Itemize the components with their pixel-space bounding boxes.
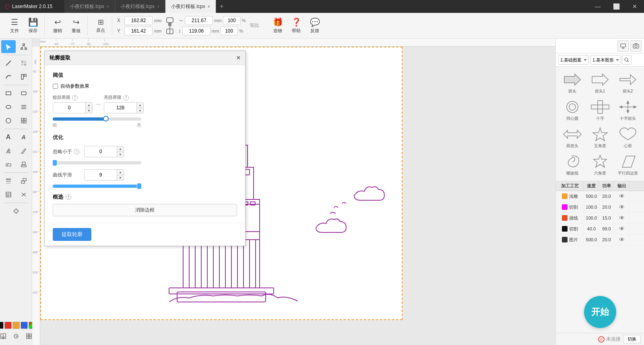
- shape-arrow[interactable]: 箭头: [559, 70, 585, 96]
- shape-cross-arrow[interactable]: 十字箭头: [615, 97, 641, 123]
- dark-up-btn[interactable]: ▲: [86, 103, 92, 108]
- transform-btn[interactable]: [17, 188, 31, 201]
- ignore-value-input[interactable]: [85, 146, 117, 157]
- misc-btn[interactable]: [9, 205, 23, 218]
- color-swatch-blue[interactable]: [21, 322, 28, 329]
- eye-5[interactable]: 👁: [614, 234, 630, 245]
- node-edit-btn[interactable]: [17, 40, 31, 53]
- shape-spiral[interactable]: 螺旋线: [559, 152, 585, 178]
- bright-up-btn[interactable]: ▲: [137, 103, 143, 108]
- eye-1[interactable]: 👁: [614, 191, 630, 201]
- smooth-slider-wrap[interactable]: [53, 185, 237, 188]
- undo-btn[interactable]: ↩ 撤销: [49, 16, 66, 35]
- eye-icon-5[interactable]: 👁: [619, 236, 625, 243]
- shape-cross[interactable]: 十字: [587, 97, 613, 123]
- pen-tool-btn[interactable]: [17, 144, 31, 157]
- dialog-close-btn[interactable]: ×: [237, 54, 240, 62]
- layers-btn[interactable]: [1, 175, 16, 187]
- ignore-thumb[interactable]: [53, 160, 57, 166]
- save-btn[interactable]: 💾 保存: [24, 16, 42, 35]
- ellipse-tool-btn[interactable]: [1, 101, 16, 113]
- monitor-btn[interactable]: [617, 40, 629, 51]
- tab-3[interactable]: 小夜灯模板.lcpx ×: [165, 0, 216, 13]
- process-row-1[interactable]: 浅雕 500.0 20.0 👁: [556, 191, 644, 202]
- table-btn[interactable]: [1, 188, 16, 201]
- polygon-tool-btn[interactable]: [1, 114, 16, 127]
- threshold-slider-track[interactable]: [53, 117, 237, 121]
- tab-2-close[interactable]: ×: [157, 4, 159, 9]
- text-tool-btn[interactable]: A: [1, 131, 16, 144]
- eye-2[interactable]: 👁: [614, 202, 630, 212]
- redo-btn[interactable]: ↪ 重做: [67, 16, 85, 35]
- shape-parallelogram[interactable]: 平行四边形: [615, 152, 641, 178]
- tab-add-btn[interactable]: +: [216, 3, 227, 10]
- shape-star6[interactable]: 六角星: [587, 152, 613, 178]
- rect-tool-btn[interactable]: [1, 87, 16, 100]
- process-row-2[interactable]: 切割 100.0 20.0 👁: [556, 202, 644, 213]
- smooth-slider[interactable]: [53, 185, 141, 188]
- addon-btn[interactable]: 🎁 造物: [269, 16, 287, 35]
- tab-1-close[interactable]: ×: [107, 4, 109, 9]
- search-shapes-btn[interactable]: [622, 55, 632, 65]
- text2-tool-btn[interactable]: A: [17, 131, 31, 144]
- y-input[interactable]: [124, 27, 153, 35]
- w-pct-input[interactable]: [223, 16, 241, 25]
- lines-tool-btn[interactable]: [17, 101, 31, 113]
- file-btn[interactable]: ☰ 文件: [6, 16, 23, 35]
- process-row-3[interactable]: 描线 100.0 15.0 👁: [556, 213, 644, 224]
- shape-double-arrow[interactable]: 双箭头: [559, 125, 585, 150]
- smooth-value-input[interactable]: [85, 170, 117, 180]
- process-row-4[interactable]: 切割 40.0 99.0 👁: [556, 224, 644, 234]
- smooth-down-btn[interactable]: ▼: [117, 175, 124, 180]
- h-pct-input[interactable]: [220, 27, 238, 35]
- shape-tool-btn[interactable]: [17, 70, 31, 83]
- eye-icon-1[interactable]: 👁: [619, 193, 625, 199]
- grid-tool-btn[interactable]: [17, 114, 31, 127]
- eye-icon-4[interactable]: 👁: [619, 226, 625, 232]
- arrange-btn[interactable]: [17, 175, 31, 187]
- process-row-5[interactable]: 图片 500.0 20.0 👁: [556, 234, 644, 245]
- origin-btn[interactable]: ⊞ 原点: [92, 16, 109, 35]
- threshold-slider[interactable]: [53, 117, 141, 121]
- history-btn[interactable]: [10, 331, 22, 342]
- tab-3-close[interactable]: ×: [208, 4, 210, 9]
- stamp-tool-btn[interactable]: [17, 158, 31, 171]
- start-btn[interactable]: 开始: [584, 296, 616, 328]
- tab-2[interactable]: 小夜灯模板.lcpx ×: [115, 0, 166, 13]
- switch-device-btn[interactable]: 切换: [623, 335, 641, 343]
- eye-3[interactable]: 👁: [614, 213, 630, 223]
- width-input[interactable]: [185, 16, 213, 25]
- curve-tool-btn[interactable]: [1, 70, 16, 83]
- shape-circle[interactable]: 同心圆: [559, 97, 585, 123]
- line-tool-btn[interactable]: [1, 57, 16, 70]
- lock-btn[interactable]: [163, 17, 177, 35]
- eye-icon-3[interactable]: 👁: [619, 215, 625, 221]
- import-btn[interactable]: [0, 331, 9, 342]
- shape-heart[interactable]: 心形: [615, 125, 641, 150]
- shape-star5[interactable]: 五角星: [587, 125, 613, 150]
- auto-param-checkbox[interactable]: [53, 84, 58, 89]
- color-swatch-red[interactable]: [4, 322, 12, 329]
- camera-btn[interactable]: [630, 40, 642, 51]
- shape-category-2-select[interactable]: 1.基本图形: [590, 55, 621, 65]
- help-btn[interactable]: ❓ 帮助: [287, 16, 305, 35]
- threshold-thumb[interactable]: [103, 116, 109, 121]
- texture-tool-btn[interactable]: [17, 57, 31, 70]
- shape-arrow1[interactable]: 箭头1: [587, 70, 613, 96]
- shape-arrow2[interactable]: 箭头2: [615, 70, 641, 96]
- bright-value-input[interactable]: [104, 103, 136, 113]
- eye-4[interactable]: 👁: [614, 224, 630, 234]
- height-input[interactable]: [182, 27, 211, 35]
- feedback-btn[interactable]: 💬 反馈: [306, 16, 324, 35]
- dark-value-input[interactable]: [53, 103, 85, 113]
- eraser-tool-btn[interactable]: [1, 158, 16, 171]
- rect2-tool-btn[interactable]: [17, 87, 31, 100]
- shape-category-1-select[interactable]: 1.基础图案: [558, 55, 589, 65]
- smooth-up-btn[interactable]: ▲: [117, 170, 124, 175]
- tab-1[interactable]: 小夜灯模板.lcpx ×: [64, 0, 115, 13]
- ignore-slider[interactable]: [53, 161, 141, 164]
- clear-frame-btn[interactable]: 消除边框: [53, 204, 237, 216]
- maximize-btn[interactable]: ⬜: [607, 0, 625, 13]
- close-btn[interactable]: ✕: [625, 0, 644, 13]
- fill-tool-btn[interactable]: [1, 144, 16, 157]
